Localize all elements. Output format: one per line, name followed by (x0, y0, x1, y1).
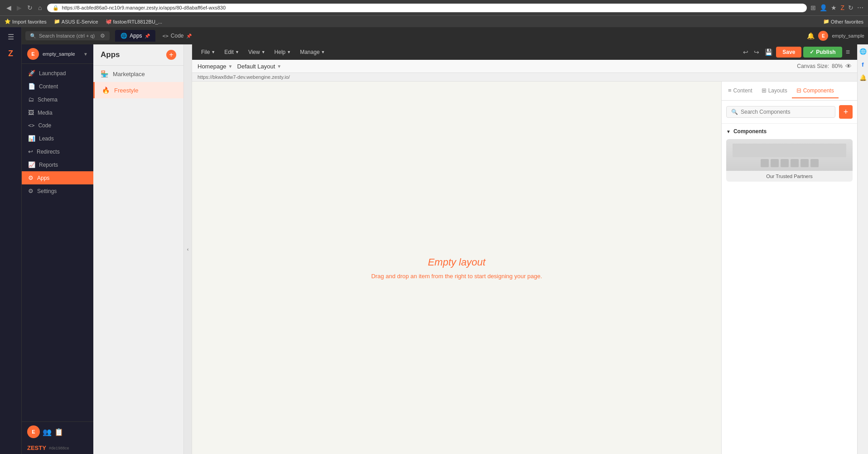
leads-icon: 📊 (28, 135, 35, 142)
tab-components[interactable]: ⊟ Components (792, 83, 839, 98)
components-section-header[interactable]: ▼ Components (726, 128, 853, 135)
view-dropdown-icon: ▼ (261, 50, 265, 54)
user-section[interactable]: E empty_sample ▼ (22, 44, 93, 64)
tab-content[interactable]: ≡ Content (723, 83, 757, 98)
nav-item-leads[interactable]: 📊 Leads (22, 132, 93, 145)
editor-header: Homepage ▼ Default Layout ▼ Canvas Size:… (192, 60, 857, 73)
bookmark-import[interactable]: ⭐ Import favorites (5, 19, 47, 24)
editor-area: File ▼ Edit ▼ View ▼ Help ▼ Manage ▼ (192, 44, 857, 454)
user-avatar-tab[interactable]: E (818, 31, 828, 41)
apps-add-button[interactable]: + (166, 50, 176, 60)
toolbar-btn-2[interactable] (771, 159, 779, 167)
address-bar[interactable]: 🔒 https://8-acbfed86a0-nc10r9.manager.ze… (47, 4, 807, 12)
far-right-globe-icon[interactable]: 🌐 (859, 48, 867, 55)
toolbar-btn-3[interactable] (781, 159, 789, 167)
home-button[interactable]: ⌂ (36, 3, 43, 12)
help-menu[interactable]: Help ▼ (271, 48, 295, 57)
content-tab-icon: ≡ (728, 87, 732, 94)
search-instance-bar[interactable]: 🔍 Search Instance (ctrl + q) ⚙ (25, 31, 110, 40)
preview-url: https://bkwx8dw7-dev.webengine.zesty.io/ (198, 74, 290, 80)
add-component-button[interactable]: + (839, 105, 853, 119)
more-options-icon[interactable]: ≡ (844, 48, 852, 56)
app-shell: ☰ Z 🔍 Search Instance (ctrl + q) ⚙ 🌐 App… (0, 27, 868, 454)
subnav-item-marketplace[interactable]: 🏪 Marketplace (93, 66, 183, 82)
logo-section: ZESTY #de1988ce (22, 442, 93, 454)
eye-icon[interactable]: 👁 (845, 63, 852, 70)
page-dropdown-icon: ▼ (228, 64, 233, 69)
file-menu[interactable]: File ▼ (198, 48, 219, 57)
zesty-icon[interactable]: Z (840, 4, 844, 11)
nav-item-reports[interactable]: 📈 Reports (22, 158, 93, 171)
more-icon[interactable]: ⋯ (857, 4, 863, 11)
components-tab-icon: ⊟ (796, 87, 801, 94)
toolbar-btn-4[interactable] (791, 159, 799, 167)
far-right-notification-icon[interactable]: 🔔 (859, 74, 867, 81)
bookmark-other[interactable]: 📁 Other favorites (823, 19, 863, 24)
favorites-icon[interactable]: ★ (831, 4, 837, 11)
hamburger-button[interactable]: ☰ (6, 31, 16, 43)
toolbar-btn-6[interactable] (810, 159, 819, 167)
component-card[interactable]: Our Trusted Partners (726, 139, 853, 182)
bookmark-fastoe[interactable]: 🐙 fastoe/RTL8812BU_... (106, 19, 163, 24)
nav-item-redirects[interactable]: ↩ Redirects (22, 145, 93, 158)
tab-code[interactable]: <> Code 📌 (157, 30, 197, 42)
nav-label-reports: Reports (39, 162, 58, 168)
nav-label-schema: Schema (38, 97, 58, 103)
collapse-panel[interactable]: ‹ (184, 44, 192, 454)
content-tab-label: Content (733, 87, 752, 94)
search-components-input[interactable] (741, 109, 830, 115)
undo-icon[interactable]: ↩ (741, 48, 750, 56)
empty-layout-title: Empty layout (371, 256, 542, 268)
edit-menu[interactable]: Edit ▼ (221, 48, 243, 57)
bookmark-asus[interactable]: 📁 ASUS E-Service (54, 19, 98, 24)
tab-apps[interactable]: 🌐 Apps 📌 (115, 30, 155, 42)
search-components-bar: 🔍 + (722, 101, 857, 124)
toolbar-btn-1[interactable] (761, 159, 769, 167)
apps-title: Apps (101, 50, 120, 59)
instance-name-tab: empty_sample (832, 33, 864, 39)
nav-item-code[interactable]: <> Code (22, 119, 93, 132)
save-draft-icon[interactable]: 💾 (763, 48, 774, 56)
help-icon[interactable]: 📋 (54, 428, 63, 436)
refresh-button[interactable]: ↻ (25, 3, 34, 12)
component-toolbar (761, 159, 819, 167)
tab-layouts[interactable]: ⊞ Layouts (757, 83, 792, 98)
back-button[interactable]: ◀ (5, 3, 13, 12)
layouts-tab-icon: ⊞ (762, 87, 767, 94)
notification-icon[interactable]: 🔔 (807, 32, 815, 39)
browser-chrome: ◀ ▶ ↻ ⌂ 🔒 https://8-acbfed86a0-nc10r9.ma… (0, 0, 868, 15)
view-menu[interactable]: View ▼ (245, 48, 269, 57)
component-card-preview (726, 139, 853, 171)
canvas-size-info: Canvas Size: 80% 👁 (797, 63, 852, 70)
far-right-facebook-icon[interactable]: f (862, 61, 863, 68)
manage-menu[interactable]: Manage ▼ (296, 48, 328, 57)
version-hash: #de1988ce (49, 446, 69, 450)
layout-dropdown-icon: ▼ (277, 64, 281, 69)
far-right-panel: 🌐 f 🔔 (857, 44, 868, 454)
forward-button[interactable]: ▶ (15, 3, 24, 12)
nav-item-apps[interactable]: ⚙ Apps (22, 171, 93, 184)
apps-subnav-header: Apps + (93, 44, 183, 66)
nav-item-media[interactable]: 🖼 Media (22, 106, 93, 119)
nav-item-settings[interactable]: ⚙ Settings (22, 184, 93, 198)
canvas-content: Empty layout Drag and drop an item from … (192, 82, 721, 454)
search-components-icon: 🔍 (731, 109, 738, 115)
save-button[interactable]: Save (776, 47, 801, 58)
team-icon[interactable]: 👥 (43, 428, 52, 436)
nav-item-content[interactable]: 📄 Content (22, 80, 93, 93)
layout-selector[interactable]: Default Layout ▼ (237, 63, 282, 70)
redo-icon[interactable]: ↪ (752, 48, 761, 56)
profile-icon[interactable]: 👤 (820, 4, 827, 11)
extensions-icon[interactable]: ⊞ (810, 4, 816, 11)
bottom-user-icon[interactable]: E (27, 425, 40, 438)
publish-button[interactable]: ✓ Publish (803, 47, 842, 58)
nav-item-launchpad[interactable]: 🚀 Launchpad (22, 67, 93, 80)
editor-toolbar: File ▼ Edit ▼ View ▼ Help ▼ Manage ▼ (192, 44, 857, 60)
right-panel: ≡ Content ⊞ Layouts ⊟ Components (721, 82, 857, 454)
page-selector[interactable]: Homepage ▼ (198, 63, 233, 70)
avatar: E (27, 48, 39, 60)
sync-icon[interactable]: ↻ (848, 4, 854, 11)
subnav-item-freestyle[interactable]: 🔥 Freestyle (93, 82, 183, 98)
nav-item-schema[interactable]: 🗂 Schema (22, 93, 93, 106)
toolbar-btn-5[interactable] (800, 159, 809, 167)
